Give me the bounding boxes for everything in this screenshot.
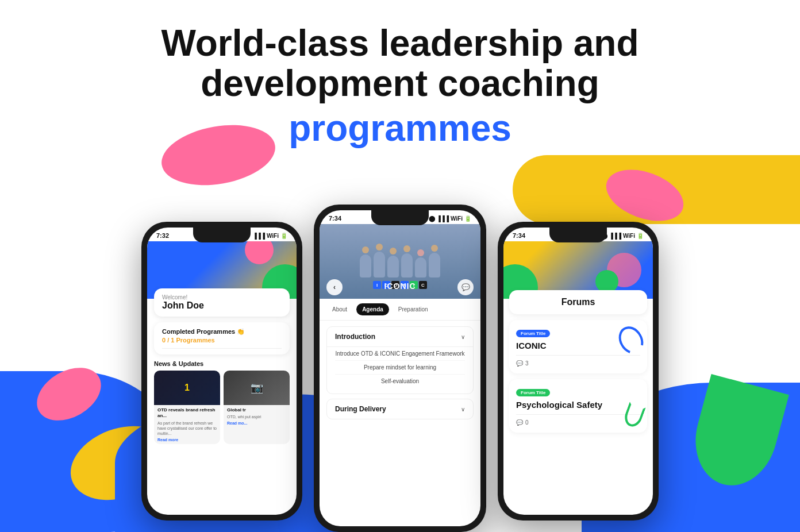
wifi-icon: WiFi xyxy=(267,233,279,239)
person-6 xyxy=(429,253,440,277)
forums-title: Forums xyxy=(561,297,595,307)
comment-count-2: 0 xyxy=(525,419,529,426)
phone-center-notch xyxy=(371,210,429,225)
status-icons-left: ▐▐▐ WiFi 🔋 xyxy=(253,233,287,239)
program-header-image: I C O N I C ‹ ICONIC 💬 xyxy=(320,224,480,299)
phone1-content: Welcome! John Doe Completed Programmes 👏… xyxy=(147,299,297,451)
news-card-1[interactable]: 1 OTD reveals brand refresh an... As par… xyxy=(154,371,220,444)
forum-divider-1 xyxy=(516,355,640,356)
introduction-items: Introduce OTD & ICONIC Engagement Framew… xyxy=(327,346,473,394)
completed-total: / 1 Programmes xyxy=(167,337,215,344)
hero-section: World-class leadership and development c… xyxy=(0,0,800,151)
phone-right: 7:34 ⬤ ▐▐▐ WiFi 🔋 Forums xyxy=(498,222,659,521)
introduction-chevron: ∨ xyxy=(461,334,465,340)
hero-title-line2: development coaching xyxy=(0,63,800,103)
person-1 xyxy=(360,255,371,277)
agenda-section-introduction: Introduction ∨ Introduce OTD & ICONIC En… xyxy=(326,326,474,394)
battery-right: 🔋 xyxy=(637,233,644,239)
agenda-item-2: Prepare mindset for learning xyxy=(335,361,465,375)
status-icons-center: ⬤ ▐▐▐ WiFi 🔋 xyxy=(429,215,471,222)
completed-card: Completed Programmes 👏 0 / 1 Programmes xyxy=(154,322,290,354)
phone-left-screen: 7:32 ▐▐▐ WiFi 🔋 Welcome! John Doe xyxy=(147,228,297,515)
news-section-title: News & Updates xyxy=(154,360,290,367)
status-icons-right: ⬤ ▐▐▐ WiFi 🔋 xyxy=(601,233,644,239)
phone-center-screen: 7:34 ⬤ ▐▐▐ WiFi 🔋 xyxy=(320,210,480,526)
agenda-section-delivery: During Delivery ∨ xyxy=(326,399,474,419)
time-left: 7:32 xyxy=(156,232,169,239)
delivery-title: During Delivery xyxy=(335,405,386,413)
forum-comments-2: 💬 0 xyxy=(516,419,640,426)
news-img-2: 📷 xyxy=(224,371,290,405)
completed-count: 0 xyxy=(162,337,166,344)
delivery-header[interactable]: During Delivery ∨ xyxy=(327,399,473,419)
person-2 xyxy=(374,252,385,277)
forum-badge-2: Forum Title xyxy=(516,389,550,396)
phone-left: 7:32 ▐▐▐ WiFi 🔋 Welcome! John Doe xyxy=(141,222,302,521)
forum-card-psych-safety[interactable]: Forum Title Psychological Safety 💬 0 xyxy=(509,379,647,433)
delivery-chevron: ∨ xyxy=(461,406,465,413)
news-section: News & Updates 1 OTD reveals brand refre… xyxy=(154,360,290,444)
comment-icon-1: 💬 xyxy=(516,360,523,367)
introduction-header[interactable]: Introduction ∨ xyxy=(327,327,473,346)
tab-about[interactable]: About xyxy=(326,303,353,315)
news-card-2[interactable]: 📷 Global tr OTD, whi put aspiri Read mo.… xyxy=(224,371,290,444)
news-card-1-desc: As part of the brand refresh we have cry… xyxy=(157,421,217,436)
forum-comments-1: 💬 3 xyxy=(516,360,640,367)
person-3 xyxy=(387,256,399,277)
welcome-label: Welcome! xyxy=(162,294,282,300)
phones-container: 7:32 ▐▐▐ WiFi 🔋 Welcome! John Doe xyxy=(141,205,659,532)
battery-icon: 🔋 xyxy=(280,233,287,239)
introduction-title: Introduction xyxy=(335,333,375,341)
blue-swirl-decor xyxy=(614,322,648,358)
forum-card-iconic[interactable]: Forum Title ICONIC 💬 3 xyxy=(509,320,647,373)
people-group xyxy=(355,234,445,280)
hero-title-line1: World-class leadership and xyxy=(0,23,800,63)
news-card-2-title: Global tr xyxy=(227,407,286,413)
phone-center: 7:34 ⬤ ▐▐▐ WiFi 🔋 xyxy=(314,205,486,532)
signal-right: ▐▐▐ xyxy=(609,233,621,239)
time-center: 7:34 xyxy=(329,215,341,222)
forum-divider-2 xyxy=(516,414,640,415)
phone3-content: Forums Forum Title ICONIC 💬 3 Foru xyxy=(503,299,653,438)
forum-title-psych-safety: Psychological Safety xyxy=(516,400,640,410)
tab-agenda[interactable]: Agenda xyxy=(356,303,389,315)
news-card-2-desc: OTD, whi put aspiri xyxy=(227,414,286,419)
news-card-2-content: Global tr OTD, whi put aspiri Read mo... xyxy=(224,405,290,427)
program-tabs: About Agenda Preparation xyxy=(320,299,480,321)
circle-icon-center: ⬤ xyxy=(429,215,435,222)
wifi-center: WiFi xyxy=(451,215,463,222)
battery-center: 🔋 xyxy=(464,215,471,222)
forum-badge-1: Forum Title xyxy=(516,330,550,337)
welcome-card: Welcome! John Doe xyxy=(154,288,290,317)
user-name: John Doe xyxy=(162,300,282,311)
completed-progress: 0 / 1 Programmes xyxy=(162,337,282,344)
header-nav-icons: ‹ ICONIC 💬 xyxy=(320,279,480,295)
person-4 xyxy=(401,253,413,277)
phone-right-notch xyxy=(549,228,607,242)
completed-title: Completed Programmes 👏 xyxy=(162,328,282,336)
agenda-item-1: Introduce OTD & ICONIC Engagement Framew… xyxy=(335,347,465,361)
phone-left-notch xyxy=(193,228,251,242)
comment-count-1: 3 xyxy=(525,360,529,367)
person-5 xyxy=(415,257,426,277)
hero-subtitle: programmes xyxy=(0,106,800,151)
phone-right-screen: 7:34 ⬤ ▐▐▐ WiFi 🔋 Forums xyxy=(503,228,653,515)
program-title-text: ICONIC xyxy=(384,282,416,291)
news-card-1-content: OTD reveals brand refresh an... As part … xyxy=(154,405,220,444)
signal-center: ▐▐▐ xyxy=(437,215,449,222)
news-read-more-2[interactable]: Read mo... xyxy=(227,421,286,425)
wifi-right: WiFi xyxy=(623,233,635,239)
signal-icon: ▐▐▐ xyxy=(253,233,265,239)
agenda-item-3: Self-evaluation xyxy=(335,375,465,388)
header-decor-2 xyxy=(245,241,274,264)
news-read-more-1[interactable]: Read more xyxy=(157,438,217,442)
phone3-green-decor xyxy=(595,270,618,293)
time-right: 7:34 xyxy=(513,232,525,239)
forums-title-card: Forums xyxy=(509,290,647,314)
tab-preparation[interactable]: Preparation xyxy=(393,303,434,315)
agenda-content: Introduction ∨ Introduce OTD & ICONIC En… xyxy=(320,321,480,430)
comment-icon-2: 💬 xyxy=(516,419,523,426)
program-title-bar: ICONIC xyxy=(320,282,480,291)
news-img-1: 1 xyxy=(154,371,220,405)
news-grid: 1 OTD reveals brand refresh an... As par… xyxy=(154,371,290,444)
